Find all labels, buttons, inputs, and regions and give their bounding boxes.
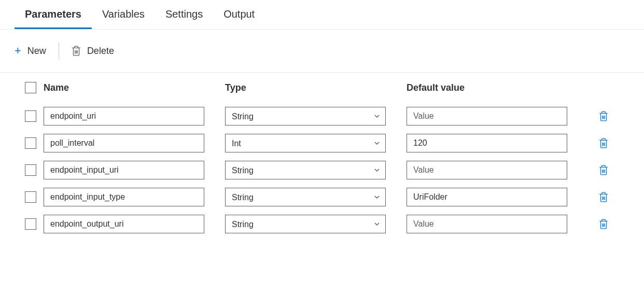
name-input[interactable]	[44, 107, 204, 125]
value-input[interactable]	[407, 161, 567, 179]
table-row: String	[15, 103, 629, 130]
name-input[interactable]	[44, 215, 204, 233]
name-input[interactable]	[44, 161, 204, 179]
type-select[interactable]: String	[225, 215, 386, 233]
type-select[interactable]: Int	[225, 134, 386, 152]
value-input[interactable]	[407, 188, 567, 206]
type-select[interactable]: String	[225, 161, 386, 179]
row-checkbox[interactable]	[25, 218, 36, 230]
tab-output[interactable]: Output	[213, 0, 265, 29]
column-header-type: Type	[225, 82, 407, 93]
value-input[interactable]	[407, 215, 567, 233]
trash-icon[interactable]	[599, 192, 608, 202]
toolbar-divider	[59, 43, 59, 59]
tab-settings[interactable]: Settings	[155, 0, 213, 29]
delete-button[interactable]: Delete	[72, 44, 114, 59]
parameters-table: Name Type Default value String	[0, 73, 644, 238]
plus-icon: +	[15, 44, 21, 58]
trash-icon[interactable]	[599, 111, 608, 121]
type-select[interactable]: String	[225, 188, 386, 206]
tab-variables[interactable]: Variables	[92, 0, 155, 29]
tab-parameters[interactable]: Parameters	[15, 0, 92, 29]
row-checkbox[interactable]	[25, 110, 36, 122]
table-row: String	[15, 211, 629, 238]
value-input[interactable]	[407, 134, 567, 152]
name-input[interactable]	[44, 188, 204, 206]
toolbar: + New Delete	[0, 30, 644, 73]
name-input[interactable]	[44, 134, 204, 152]
table-row: Int	[15, 130, 629, 157]
row-checkbox[interactable]	[25, 191, 36, 203]
tabs-bar: Parameters Variables Settings Output	[0, 0, 644, 30]
trash-icon	[72, 46, 81, 56]
trash-icon[interactable]	[599, 219, 608, 229]
select-all-checkbox[interactable]	[25, 82, 36, 93]
column-header-default-value: Default value	[407, 82, 588, 93]
delete-button-label: Delete	[87, 46, 114, 57]
column-header-name: Name	[44, 82, 225, 93]
new-button[interactable]: + New	[15, 42, 46, 60]
value-input[interactable]	[407, 107, 567, 125]
trash-icon[interactable]	[599, 138, 608, 148]
new-button-label: New	[27, 46, 46, 57]
table-row: String	[15, 157, 629, 184]
row-checkbox[interactable]	[25, 164, 36, 176]
type-select[interactable]: String	[225, 107, 386, 125]
trash-icon[interactable]	[599, 165, 608, 175]
table-row: String	[15, 184, 629, 211]
table-header: Name Type Default value	[15, 73, 629, 103]
row-checkbox[interactable]	[25, 137, 36, 149]
